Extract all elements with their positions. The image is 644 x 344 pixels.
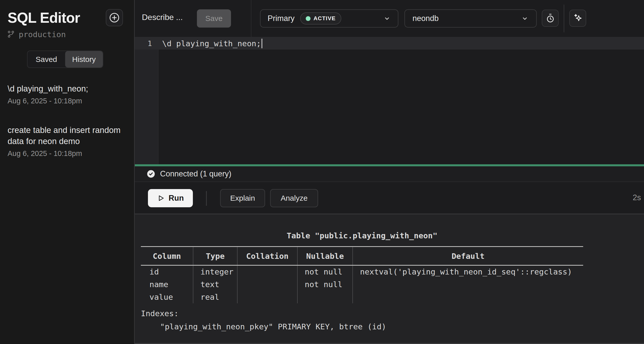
play-icon [157,194,165,202]
chevron-down-icon [521,15,529,22]
cell [353,278,583,291]
cell: not null [297,265,353,278]
status-badge-label: ACTIVE [314,15,336,22]
column-header: Nullable [297,247,353,265]
branch-name: production [19,30,66,39]
toolbar: Describe ... Save Primary ACTIVE neondb [135,0,644,37]
code-editor[interactable]: 1 \d playing_with_neon; [135,37,644,164]
cell: text [193,278,237,291]
results-panel: Table "public.playing_with_neon" Column … [135,214,644,344]
history-item-title: create table and insert random data for … [8,125,124,147]
active-dot-icon [306,16,311,21]
sidebar-header: SQL Editor [0,0,134,26]
page-title: SQL Editor [8,9,80,26]
table-row: value real [141,291,583,303]
result-header-row: Column Type Collation Nullable Default [141,247,583,265]
query-duration: 2s [633,193,641,202]
run-button[interactable]: Run [148,189,193,207]
code-line: 1 \d playing_with_neon; [135,37,644,50]
history-item-timestamp: Aug 6, 2025 - 10:18pm [8,96,124,106]
cell [353,291,583,303]
result-table: Column Type Collation Nullable Default i… [141,246,583,303]
cell: nextval('playing_with_neon_id_seq'::regc… [353,265,583,278]
ai-assist-button[interactable] [569,10,586,27]
index-entry: "playing_with_neon_pkey" PRIMARY KEY, bt… [141,320,644,333]
indexes-label: Indexes: [141,307,644,320]
new-query-button[interactable] [106,9,123,26]
action-divider [206,191,207,206]
connection-status-bar: Connected (1 query) [135,166,644,182]
cell [237,291,297,303]
query-timer-button[interactable] [542,10,559,27]
cell: real [193,291,237,303]
history-item[interactable]: create table and insert random data for … [8,125,124,158]
table-row: id integer not null nextval('playing_wit… [141,265,583,278]
database-select[interactable]: neondb [404,9,537,28]
cell: id [141,265,193,278]
main-pane: Describe ... Save Primary ACTIVE neondb [135,0,644,344]
branch-select[interactable]: Primary ACTIVE [260,9,398,28]
check-circle-icon [146,169,156,178]
column-header: Default [353,247,583,265]
connection-status-text: Connected (1 query) [160,169,231,178]
sidebar: SQL Editor production Saved History [0,0,135,344]
history-item-title: \d playing_with_neon; [8,83,124,94]
chevron-down-icon [383,15,391,22]
table-row: name text not null [141,278,583,291]
column-header: Collation [237,247,297,265]
history-item[interactable]: \d playing_with_neon; Aug 6, 2025 - 10:1… [8,83,124,106]
sql-editor-app: SQL Editor production Saved History [0,0,644,344]
save-button[interactable]: Save [197,9,231,28]
saved-history-toggle: Saved History [27,51,103,68]
database-select-value: neondb [413,14,439,23]
history-list: \d playing_with_neon; Aug 6, 2025 - 10:1… [0,83,134,158]
cell [297,291,353,303]
column-header: Type [193,247,237,265]
line-number: 1 [135,39,159,48]
sparkles-icon [573,13,583,23]
cell: integer [193,265,237,278]
cell [237,278,297,291]
pane-resize-handle[interactable] [135,164,644,166]
result-table-title: Table "public.playing_with_neon" [141,229,583,242]
run-button-label: Run [169,194,184,203]
text-cursor [262,39,262,48]
cell [237,265,297,278]
branch-select-value: Primary [268,14,295,23]
analyze-button[interactable]: Analyze [270,189,318,207]
cell: value [141,291,193,303]
git-branch-icon [7,30,15,38]
action-bar: Run Explain Analyze 2s [135,182,644,214]
tab-saved[interactable]: Saved [28,51,65,67]
status-badge: ACTIVE [300,12,341,25]
cell: not null [297,278,353,291]
explain-button[interactable]: Explain [220,189,265,207]
tab-history[interactable]: History [65,51,103,67]
code-text: \d playing_with_neon; [162,39,261,48]
cell: name [141,278,193,291]
query-title: Describe ... [142,13,183,22]
toolbar-divider [251,0,251,37]
branch-indicator: production [7,30,134,39]
editor-gutter [135,37,159,164]
toolbar-divider [564,5,564,32]
plus-circle-icon [109,12,120,24]
psql-output: Table "public.playing_with_neon" Column … [135,214,644,333]
history-item-timestamp: Aug 6, 2025 - 10:18pm [8,148,124,158]
stopwatch-icon [546,13,555,23]
column-header: Column [141,247,193,265]
